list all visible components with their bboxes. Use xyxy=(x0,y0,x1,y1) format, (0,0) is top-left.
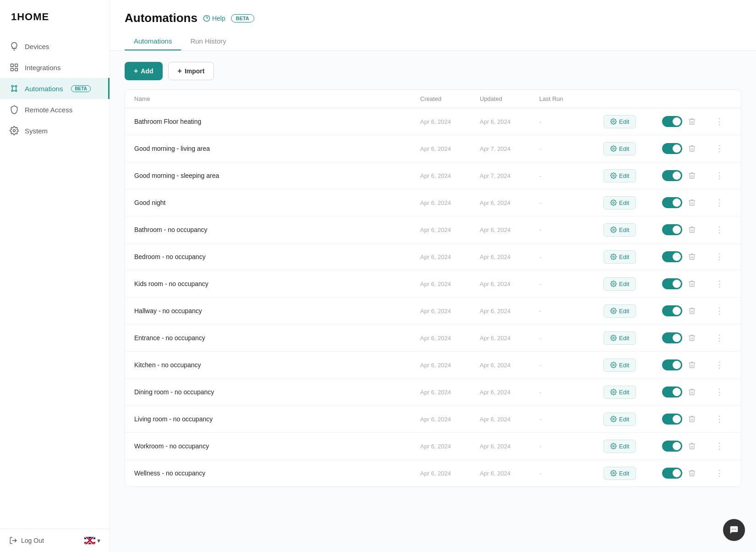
toggle-2[interactable] xyxy=(662,170,682,181)
toggle-5[interactable] xyxy=(662,251,682,262)
toggle-4[interactable] xyxy=(662,224,682,235)
trash-icon xyxy=(688,117,696,126)
row-created-3: Apr 6, 2024 xyxy=(420,199,480,206)
edit-button-2[interactable]: Edit xyxy=(603,169,636,182)
toggle-6[interactable] xyxy=(662,278,682,289)
toggle-0[interactable] xyxy=(662,116,682,127)
flag-icon xyxy=(84,537,95,544)
toggle-8[interactable] xyxy=(662,332,682,343)
trash-icon xyxy=(688,307,696,315)
delete-button-7[interactable] xyxy=(686,305,698,317)
more-button-2[interactable]: ⋮ xyxy=(713,169,725,182)
sidebar-item-automations-label: Automations xyxy=(25,85,63,93)
delete-button-9[interactable] xyxy=(686,359,698,371)
table-row: Bedroom - no occupancy Apr 6, 2024 Apr 6… xyxy=(125,243,741,270)
delete-button-11[interactable] xyxy=(686,413,698,425)
trash-icon xyxy=(688,415,696,423)
more-button-4[interactable]: ⋮ xyxy=(713,223,725,237)
tab-run-history[interactable]: Run History xyxy=(181,33,235,50)
edit-button-0[interactable]: Edit xyxy=(603,115,636,128)
edit-button-4[interactable]: Edit xyxy=(603,223,636,237)
row-more-cell-9: ⋮ xyxy=(713,358,732,372)
table-row: Hallway - no occupancy Apr 6, 2024 Apr 6… xyxy=(125,298,741,325)
gear-small-icon xyxy=(610,362,617,368)
row-toggle-cell-13 xyxy=(658,468,686,479)
delete-button-0[interactable] xyxy=(686,116,698,127)
delete-button-2[interactable] xyxy=(686,170,698,182)
tab-automations[interactable]: Automations xyxy=(125,33,181,50)
trash-icon xyxy=(688,442,696,450)
logout-button[interactable]: Log Out xyxy=(9,536,44,545)
more-button-0[interactable]: ⋮ xyxy=(713,115,725,128)
more-button-7[interactable]: ⋮ xyxy=(713,304,725,318)
sidebar-item-integrations-label: Integrations xyxy=(25,64,60,72)
sidebar-item-automations[interactable]: Automations BETA xyxy=(0,78,110,99)
delete-button-3[interactable] xyxy=(686,197,698,209)
more-button-5[interactable]: ⋮ xyxy=(713,250,725,264)
toggle-9[interactable] xyxy=(662,359,682,370)
row-name-12: Workroom - no occupancy xyxy=(134,442,420,450)
edit-button-7[interactable]: Edit xyxy=(603,304,636,318)
more-button-11[interactable]: ⋮ xyxy=(713,412,725,426)
sidebar-item-remote-access[interactable]: Remote Access xyxy=(0,99,110,120)
edit-button-11[interactable]: Edit xyxy=(603,413,636,426)
svg-point-22 xyxy=(613,418,614,420)
delete-button-1[interactable] xyxy=(686,143,698,155)
toggle-3[interactable] xyxy=(662,197,682,208)
add-button[interactable]: + Add xyxy=(125,62,163,80)
chat-button[interactable] xyxy=(723,519,745,541)
sidebar: 1HOME Devices Integrations xyxy=(0,0,110,552)
edit-button-8[interactable]: Edit xyxy=(603,331,636,345)
more-button-9[interactable]: ⋮ xyxy=(713,358,725,372)
more-button-3[interactable]: ⋮ xyxy=(713,196,725,210)
table-row: Good morning - sleeping area Apr 6, 2024… xyxy=(125,162,741,189)
import-label: Import xyxy=(185,67,205,75)
delete-button-5[interactable] xyxy=(686,251,698,263)
more-button-1[interactable]: ⋮ xyxy=(713,142,725,155)
row-name-9: Kitchen - no occupancy xyxy=(134,361,420,369)
help-link[interactable]: Help xyxy=(203,15,225,22)
more-button-12[interactable]: ⋮ xyxy=(713,439,725,453)
toggle-13[interactable] xyxy=(662,468,682,479)
delete-button-8[interactable] xyxy=(686,332,698,344)
import-button[interactable]: + Import xyxy=(168,62,214,80)
sidebar-item-system[interactable]: System xyxy=(0,120,110,141)
svg-point-17 xyxy=(613,283,614,285)
more-button-6[interactable]: ⋮ xyxy=(713,277,725,291)
toggle-1[interactable] xyxy=(662,143,682,154)
edit-button-10[interactable]: Edit xyxy=(603,386,636,399)
toggle-10[interactable] xyxy=(662,386,682,397)
edit-button-9[interactable]: Edit xyxy=(603,359,636,372)
edit-button-6[interactable]: Edit xyxy=(603,277,636,291)
edit-button-13[interactable]: Edit xyxy=(603,467,636,480)
language-selector[interactable]: ▾ xyxy=(84,537,100,544)
row-updated-1: Apr 7, 2024 xyxy=(480,145,539,152)
toggle-11[interactable] xyxy=(662,414,682,425)
sidebar-item-devices[interactable]: Devices xyxy=(0,36,110,57)
edit-button-12[interactable]: Edit xyxy=(603,440,636,453)
more-button-13[interactable]: ⋮ xyxy=(713,466,725,480)
delete-button-10[interactable] xyxy=(686,386,698,398)
edit-button-3[interactable]: Edit xyxy=(603,196,636,210)
gear-small-icon xyxy=(610,389,617,395)
row-created-5: Apr 6, 2024 xyxy=(420,254,480,260)
delete-button-4[interactable] xyxy=(686,224,698,236)
delete-button-6[interactable] xyxy=(686,278,698,290)
toggle-12[interactable] xyxy=(662,441,682,452)
gear-small-icon xyxy=(610,199,617,206)
gear-small-icon xyxy=(610,443,617,449)
sidebar-item-integrations[interactable]: Integrations xyxy=(0,57,110,78)
edit-button-1[interactable]: Edit xyxy=(603,142,636,155)
row-name-10: Dining room - no occupancy xyxy=(134,388,420,396)
toggle-7[interactable] xyxy=(662,305,682,316)
delete-button-12[interactable] xyxy=(686,440,698,452)
row-updated-7: Apr 6, 2024 xyxy=(480,308,539,315)
more-button-8[interactable]: ⋮ xyxy=(713,331,725,345)
row-toggle-cell-1 xyxy=(658,143,686,154)
row-last-run-10: - xyxy=(539,389,603,396)
edit-button-5[interactable]: Edit xyxy=(603,250,636,264)
row-updated-12: Apr 6, 2024 xyxy=(480,443,539,450)
more-button-10[interactable]: ⋮ xyxy=(713,385,725,399)
row-delete-cell-12 xyxy=(686,440,713,452)
delete-button-13[interactable] xyxy=(686,467,698,479)
